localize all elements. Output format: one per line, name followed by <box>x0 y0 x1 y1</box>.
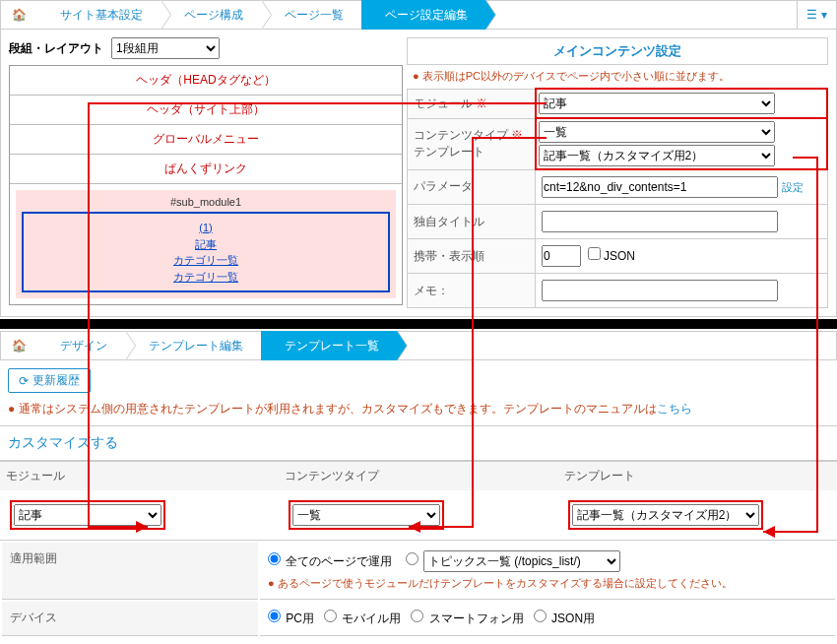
display-order-input[interactable] <box>542 245 581 267</box>
home-icon[interactable]: 🏠 <box>1 339 36 353</box>
device-mobile-radio[interactable]: モバイル用 <box>324 612 401 625</box>
customize-title: カスタマイズする <box>0 425 837 461</box>
layout-label: 段組・レイアウト <box>9 40 103 57</box>
filter-module-select[interactable]: 記事 <box>14 504 161 526</box>
preview-link[interactable]: 記事 <box>195 238 217 250</box>
filter-ctype-label: コンテンツタイプ <box>279 461 557 490</box>
preview-row: ヘッダ（HEADタグなど） <box>10 66 402 96</box>
crumb-active: テンプレート一覧 <box>261 331 397 360</box>
history-button[interactable]: ⟳ 更新履歴 <box>8 368 91 393</box>
display-order-note: ● 表示順はPC以外のデバイスでページ内で小さい順に並びます。 <box>407 65 828 88</box>
filter-template-select[interactable]: 記事一覧（カスタマイズ用2） <box>572 504 759 526</box>
parameter-label: パラメータ <box>408 169 536 205</box>
json-checkbox[interactable] <box>588 247 601 260</box>
scope-all-radio[interactable]: 全てのページで運用 <box>268 554 392 568</box>
layout-select[interactable]: 1段組用 <box>111 37 220 59</box>
crumb[interactable]: ページ構成 <box>161 0 261 30</box>
breadcrumb-bottom: 🏠 デザイン テンプレート編集 テンプレート一覧 <box>0 331 837 360</box>
template-select[interactable]: 記事一覧（カスタマイズ用2） <box>539 145 775 166</box>
scope-note: ● あるページで使うモジュールだけテンプレートをカスタマイズする場合に設定してく… <box>268 576 827 591</box>
module-label: モジュール ※ <box>408 89 536 118</box>
preview-link[interactable]: カテゴリ一覧 <box>173 271 238 283</box>
preview-row: ぱんくずリンク <box>10 155 402 184</box>
parameter-input[interactable] <box>542 176 778 198</box>
crumb[interactable]: サイト基本設定 <box>36 0 161 30</box>
main-content-title: メインコンテンツ設定 <box>407 37 828 65</box>
own-title-input[interactable] <box>542 211 778 232</box>
preview-selected[interactable]: #sub_module1 (1) 記事 カテゴリ一覧 カテゴリ一覧 <box>16 190 396 298</box>
home-icon[interactable]: 🏠 <box>1 8 36 22</box>
device-sp-radio[interactable]: スマートフォン用 <box>411 612 523 625</box>
scope-page-radio[interactable] <box>406 554 420 568</box>
crumb[interactable]: デザイン <box>36 331 125 360</box>
crumb-active: ページ設定編集 <box>361 0 485 30</box>
preview-link[interactable]: カテゴリ一覧 <box>173 254 238 266</box>
filter-ctype-select[interactable]: 一覧 <box>292 504 440 526</box>
json-label: JSON <box>604 249 635 263</box>
breadcrumb-top: 🏠 サイト基本設定 ページ構成 ページ一覧 ページ設定編集 ☰ ▾ <box>0 0 837 30</box>
content-type-select[interactable]: 一覧 <box>539 121 775 143</box>
own-title-label: 独自タイトル <box>408 205 536 239</box>
filter-template-label: テンプレート <box>558 461 837 490</box>
apply-scope-label: 適用範囲 <box>2 543 258 600</box>
device-label: デバイス <box>2 602 258 636</box>
display-order-label: 携帯・表示順 <box>408 239 536 274</box>
content-type-label: コンテンツタイプ ※テンプレート <box>408 118 536 169</box>
screen-divider <box>0 319 837 329</box>
memo-label: メモ： <box>408 274 536 308</box>
parameter-set-link[interactable]: 設定 <box>782 181 804 193</box>
preview-row: ヘッダ（サイト上部） <box>10 96 402 125</box>
device-json-radio[interactable]: JSON用 <box>534 612 595 625</box>
preview-sub-title: #sub_module1 <box>22 196 390 208</box>
hamburger-icon[interactable]: ☰ ▾ <box>797 1 836 29</box>
crumb[interactable]: テンプレート編集 <box>125 331 261 360</box>
module-select[interactable]: 記事 <box>539 93 775 114</box>
preview-link[interactable]: (1) <box>199 222 212 233</box>
layout-preview: ヘッダ（HEADタグなど） ヘッダ（サイト上部） グローバルメニュー ぱんくずリ… <box>9 65 403 305</box>
refresh-icon: ⟳ <box>19 374 29 388</box>
manual-link[interactable]: こちら <box>657 402 692 416</box>
memo-input[interactable] <box>542 280 778 301</box>
device-pc-radio[interactable]: PC用 <box>268 612 314 625</box>
crumb[interactable]: ページ一覧 <box>261 0 361 30</box>
scope-page-select[interactable]: トピックス一覧 (/topics_list/) <box>423 550 620 572</box>
description-text: ● 通常はシステム側の用意されたテンプレートが利用されますが、カスタマイズもでき… <box>0 401 837 425</box>
preview-row: グローバルメニュー <box>10 125 402 155</box>
filter-module-label: モジュール <box>0 461 279 490</box>
